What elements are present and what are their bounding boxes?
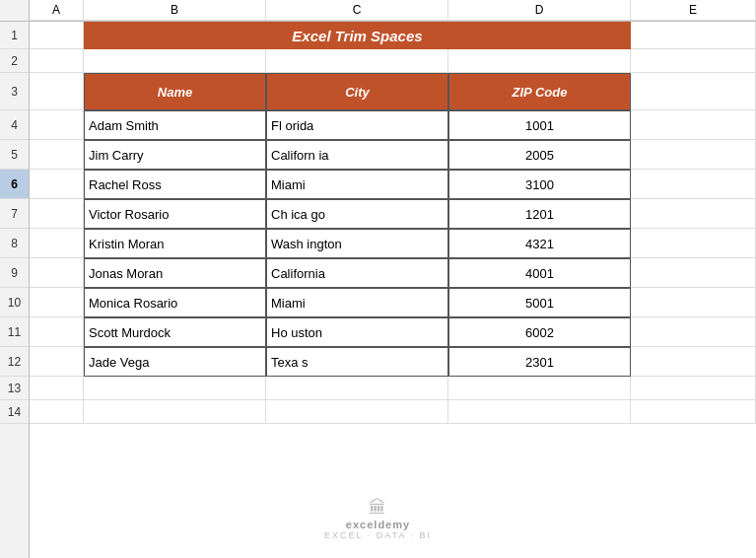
watermark-brand: exceldemy [346, 519, 410, 530]
cell-r7-c0[interactable] [30, 199, 84, 229]
cell-r13-c3[interactable] [448, 377, 631, 400]
cell-r3-c4[interactable] [631, 73, 756, 110]
watermark-icon: 🏛 [369, 498, 386, 519]
cell-r14-c2[interactable] [266, 400, 448, 424]
grid-row-10: Monica RosarioMiami5001 [30, 288, 756, 317]
cell-r3-c0[interactable] [30, 73, 84, 110]
cell-r11-c2[interactable]: Ho uston [266, 317, 448, 347]
cell-r10-c2[interactable]: Miami [266, 288, 448, 317]
cell-r4-c2[interactable]: Fl orida [266, 110, 448, 140]
column-headers: A B C D E [0, 0, 756, 22]
cell-r9-c2[interactable]: California [266, 258, 448, 288]
cell-r10-c0[interactable] [30, 288, 84, 317]
cell-r10-c4[interactable] [631, 288, 756, 317]
cell-r14-c3[interactable] [448, 400, 631, 424]
cell-r6-c3[interactable]: 3100 [448, 170, 631, 199]
cell-r5-c2[interactable]: Californ ia [266, 140, 448, 170]
cell-r12-c1[interactable]: Jade Vega [84, 347, 266, 377]
cell-r13-c0[interactable] [30, 377, 84, 400]
cell-r12-c0[interactable] [30, 347, 84, 377]
cell-r2-c1[interactable] [84, 49, 266, 73]
cell-r11-c0[interactable] [30, 317, 84, 347]
cell-r8-c3[interactable]: 4321 [448, 229, 631, 258]
cell-r10-c1[interactable]: Monica Rosario [84, 288, 266, 317]
spreadsheet: A B C D E 1234567891011121314 Excel Trim… [0, 0, 756, 558]
cell-r3-c2[interactable]: City [266, 73, 448, 110]
cell-r6-c1[interactable]: Rachel Ross [84, 170, 266, 199]
row-number-14: 14 [0, 400, 29, 424]
cell-r4-c1[interactable]: Adam Smith [84, 110, 266, 140]
cell-r13-c2[interactable] [266, 377, 448, 400]
cell-r1-c1[interactable]: Excel Trim Spaces [84, 22, 631, 49]
row-number-11: 11 [0, 317, 29, 347]
row-number-7: 7 [0, 199, 29, 229]
cell-r11-c3[interactable]: 6002 [448, 317, 631, 347]
cell-r13-c4[interactable] [631, 377, 756, 400]
cell-r13-c1[interactable] [84, 377, 266, 400]
cell-r8-c1[interactable]: Kristin Moran [84, 229, 266, 258]
cell-r9-c3[interactable]: 4001 [448, 258, 631, 288]
cell-r7-c3[interactable]: 1201 [448, 199, 631, 229]
cell-r14-c0[interactable] [30, 400, 84, 424]
cell-r4-c4[interactable] [631, 110, 756, 140]
cell-r8-c2[interactable]: Wash ington [266, 229, 448, 258]
row-number-8: 8 [0, 229, 29, 258]
grid-row-5: Jim CarryCaliforn ia2005 [30, 140, 756, 170]
col-header-b: B [84, 0, 266, 21]
cell-r1-c4[interactable] [631, 22, 756, 49]
cell-r1-c0[interactable] [30, 22, 84, 49]
cell-r12-c2[interactable]: Texa s [266, 347, 448, 377]
cell-r9-c4[interactable] [631, 258, 756, 288]
cell-r2-c2[interactable] [266, 49, 448, 73]
corner-cell [0, 0, 30, 21]
cell-r9-c0[interactable] [30, 258, 84, 288]
cell-r3-c1[interactable]: Name [84, 73, 266, 110]
cell-r8-c0[interactable] [30, 229, 84, 258]
grid-row-1: Excel Trim Spaces [30, 22, 756, 49]
cell-r12-c3[interactable]: 2301 [448, 347, 631, 377]
cell-r4-c3[interactable]: 1001 [448, 110, 631, 140]
row-number-4: 4 [0, 110, 29, 140]
cell-r2-c0[interactable] [30, 49, 84, 73]
cell-r14-c4[interactable] [631, 400, 756, 424]
grid-row-7: Victor RosarioCh ica go1201 [30, 199, 756, 229]
cell-r4-c0[interactable] [30, 110, 84, 140]
cell-r8-c4[interactable] [631, 229, 756, 258]
cell-r12-c4[interactable] [631, 347, 756, 377]
cell-r5-c0[interactable] [30, 140, 84, 170]
row-number-6: 6 [0, 170, 29, 199]
cell-r7-c1[interactable]: Victor Rosario [84, 199, 266, 229]
row-numbers: 1234567891011121314 [0, 22, 30, 558]
row-number-13: 13 [0, 377, 29, 400]
cell-r2-c3[interactable] [448, 49, 631, 73]
cell-r6-c2[interactable]: Miami [266, 170, 448, 199]
row-number-1: 1 [0, 22, 29, 49]
cell-r5-c3[interactable]: 2005 [448, 140, 631, 170]
grid-row-9: Jonas MoranCalifornia4001 [30, 258, 756, 288]
col-header-e: E [631, 0, 756, 21]
grid-row-13 [30, 377, 756, 400]
grid-row-4: Adam SmithFl orida1001 [30, 110, 756, 140]
row-number-3: 3 [0, 73, 29, 110]
col-header-d: D [448, 0, 631, 21]
row-number-2: 2 [0, 49, 29, 73]
cell-r7-c2[interactable]: Ch ica go [266, 199, 448, 229]
col-header-c: C [266, 0, 448, 21]
watermark: 🏛 exceldemy EXCEL · DATA · BI [324, 498, 432, 540]
cell-r9-c1[interactable]: Jonas Moran [84, 258, 266, 288]
row-number-10: 10 [0, 288, 29, 317]
cell-r5-c4[interactable] [631, 140, 756, 170]
grid-row-8: Kristin MoranWash ington4321 [30, 229, 756, 258]
cell-r5-c1[interactable]: Jim Carry [84, 140, 266, 170]
cell-r11-c1[interactable]: Scott Murdock [84, 317, 266, 347]
cell-r2-c4[interactable] [631, 49, 756, 73]
cell-r3-c3[interactable]: ZIP Code [448, 73, 631, 110]
cell-r10-c3[interactable]: 5001 [448, 288, 631, 317]
cell-r7-c4[interactable] [631, 199, 756, 229]
cell-r6-c4[interactable] [631, 170, 756, 199]
row-number-5: 5 [0, 140, 29, 170]
cell-r6-c0[interactable] [30, 170, 84, 199]
grid-row-3: NameCityZIP Code [30, 73, 756, 110]
cell-r11-c4[interactable] [631, 317, 756, 347]
cell-r14-c1[interactable] [84, 400, 266, 424]
